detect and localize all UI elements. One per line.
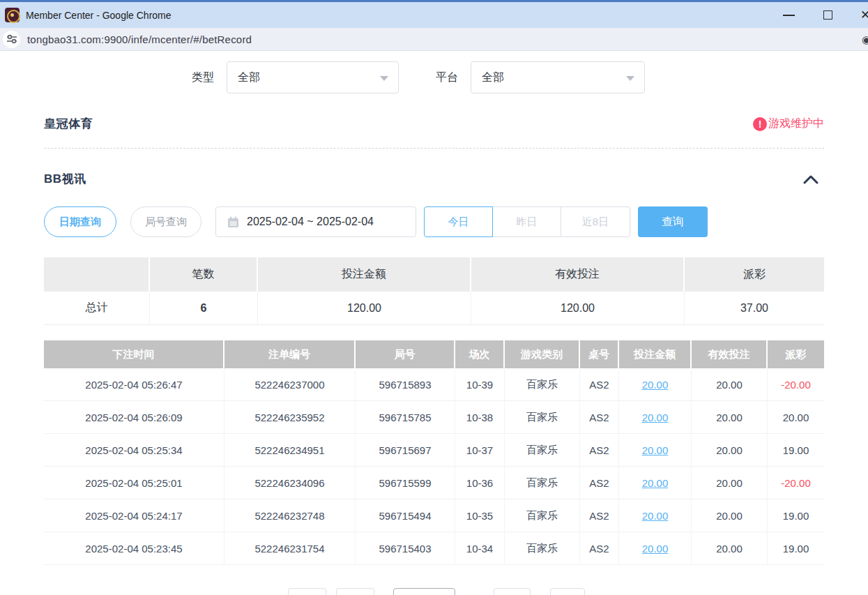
recording-indicator-icon[interactable]: ◉ <box>862 33 868 46</box>
bet-cell: AS2 <box>580 401 619 434</box>
bet-cell: 20.00 <box>692 467 768 499</box>
bet-amount-link[interactable]: 20.00 <box>642 444 669 456</box>
bet-cell: AS2 <box>580 368 619 401</box>
minimize-button-icon[interactable] <box>783 15 795 16</box>
bet-header-cell: 投注金额 <box>619 340 692 368</box>
bet-cell: 20.00 <box>692 532 768 565</box>
table-row: 2025-02-04 05:25:01522246234096596715599… <box>44 467 824 499</box>
title-bar: Member Center - Google Chrome ✕ <box>0 0 868 28</box>
url-text[interactable]: tongbao31.com:9900/infe/mcenter/#/betRec… <box>27 33 252 45</box>
today-button[interactable]: 今日 <box>424 206 493 237</box>
round-query-button[interactable]: 局号查询 <box>130 206 201 237</box>
pagination-button[interactable] <box>288 588 326 595</box>
chevron-down-icon <box>626 76 634 81</box>
bet-cell: 10-38 <box>455 401 505 434</box>
bet-cell: 2025-02-04 05:26:09 <box>44 401 224 434</box>
chevron-up-icon[interactable] <box>803 174 818 184</box>
bet-cell: 20.00 <box>619 434 692 467</box>
exclamation-icon: ! <box>753 117 767 131</box>
summary-value-cell: 6 <box>150 292 258 325</box>
summary-header-cell: 投注金额 <box>258 257 471 292</box>
bet-cell: 522246234096 <box>224 467 356 499</box>
table-row: 2025-02-04 05:26:47522246237000596715893… <box>44 368 824 401</box>
chevron-down-icon <box>380 76 388 81</box>
summary-value-cell: 120.00 <box>258 292 471 325</box>
bet-cell: 522246235952 <box>224 401 356 434</box>
bet-cell: 596715403 <box>356 532 455 565</box>
calendar-icon <box>227 216 239 228</box>
bet-cell: 596715494 <box>356 499 455 532</box>
bet-cell: 20.00 <box>619 401 692 434</box>
bb-live-section-header: BB视讯 <box>44 171 824 187</box>
summary-header-cell: 笔数 <box>150 257 258 292</box>
bet-cell: 20.00 <box>619 532 692 565</box>
date-query-button[interactable]: 日期查询 <box>44 206 116 237</box>
last-8-days-button[interactable]: 近8日 <box>561 206 630 237</box>
bet-cell: 596715697 <box>356 434 455 467</box>
bet-cell: 20.00 <box>619 499 692 532</box>
bb-live-title: BB视讯 <box>44 171 86 187</box>
bet-amount-link[interactable]: 20.00 <box>642 379 669 391</box>
bet-amount-link[interactable]: 20.00 <box>642 477 669 489</box>
date-range-input[interactable]: 2025-02-04 ~ 2025-02-04 <box>215 206 416 237</box>
bet-cell: 10-34 <box>455 532 505 565</box>
table-row: 2025-02-04 05:25:34522246234951596715697… <box>44 434 824 467</box>
bet-cell: 2025-02-04 05:24:17 <box>44 499 224 532</box>
bet-cell: 19.00 <box>768 499 824 532</box>
bet-cell: 百家乐 <box>505 401 580 434</box>
dashed-divider <box>44 148 824 149</box>
pagination-button[interactable] <box>550 588 585 595</box>
summary-body-row: 总计6120.00120.0037.00 <box>44 292 824 325</box>
platform-select[interactable]: 全部 <box>471 61 645 93</box>
bet-cell: 596715893 <box>356 368 455 401</box>
summary-value-cell: 120.00 <box>471 292 685 325</box>
bet-cell: 10-37 <box>455 434 505 467</box>
bet-header-cell: 下注时间 <box>44 340 224 368</box>
page-content: 类型 全部 平台 全部 皇冠体育 ! 游戏维护中 BB视讯 <box>0 61 868 595</box>
bet-amount-link[interactable]: 20.00 <box>642 543 669 555</box>
crown-sports-section: 皇冠体育 ! 游戏维护中 <box>44 116 824 132</box>
bet-cell: -20.00 <box>768 467 824 499</box>
query-controls: 日期查询 局号查询 2025-02-04 ~ 2025-02-04 今日 昨日 … <box>44 206 824 237</box>
bet-header-cell: 派彩 <box>768 340 824 368</box>
close-button-icon[interactable]: ✕ <box>860 8 868 22</box>
table-row: 2025-02-04 05:23:45522246231754596715403… <box>44 532 824 565</box>
bet-cell: 百家乐 <box>505 499 580 532</box>
bet-cell: -20.00 <box>768 368 824 401</box>
bet-amount-link[interactable]: 20.00 <box>642 510 669 522</box>
date-range-value: 2025-02-04 ~ 2025-02-04 <box>247 216 374 228</box>
bet-records-table: 下注时间注单编号局号场次游戏类别桌号投注金额有效投注派彩 2025-02-04 … <box>44 340 824 565</box>
bet-cell: 百家乐 <box>505 532 580 565</box>
bet-cell: AS2 <box>580 532 619 565</box>
bet-cell: 20.00 <box>692 499 768 532</box>
bet-cell: 百家乐 <box>505 368 580 401</box>
bet-cell: 2025-02-04 05:23:45 <box>44 532 224 565</box>
site-settings-icon[interactable] <box>3 31 20 48</box>
summary-header-cell <box>44 257 150 292</box>
platform-select-value: 全部 <box>482 70 504 85</box>
pagination-current-page[interactable] <box>393 588 455 595</box>
bet-cell: 20.00 <box>768 401 824 434</box>
maintenance-status-badge: ! 游戏维护中 <box>753 116 824 131</box>
bet-cell: AS2 <box>580 434 619 467</box>
bet-amount-link[interactable]: 20.00 <box>642 412 669 423</box>
bet-cell: 522246237000 <box>224 368 356 401</box>
summary-row-label: 总计 <box>44 292 150 325</box>
bet-cell: 10-35 <box>455 499 505 532</box>
quick-range-group: 今日 昨日 近8日 <box>424 206 630 237</box>
pagination-button[interactable] <box>494 588 531 595</box>
bet-cell: 20.00 <box>692 368 768 401</box>
bet-cell: 596715599 <box>356 467 455 499</box>
bet-cell: 19.00 <box>768 434 824 467</box>
type-select[interactable]: 全部 <box>227 61 399 93</box>
bet-header-cell: 注单编号 <box>224 340 356 368</box>
maximize-button-icon[interactable] <box>823 10 832 20</box>
yesterday-button[interactable]: 昨日 <box>493 206 561 237</box>
bet-cell: 20.00 <box>692 434 768 467</box>
search-button[interactable]: 查询 <box>638 206 708 237</box>
pagination-button[interactable] <box>336 588 374 595</box>
bet-cell: AS2 <box>580 467 619 499</box>
bet-cell: 596715785 <box>356 401 455 434</box>
bet-cell: AS2 <box>580 499 619 532</box>
bet-table-body: 2025-02-04 05:26:47522246237000596715893… <box>44 368 824 565</box>
